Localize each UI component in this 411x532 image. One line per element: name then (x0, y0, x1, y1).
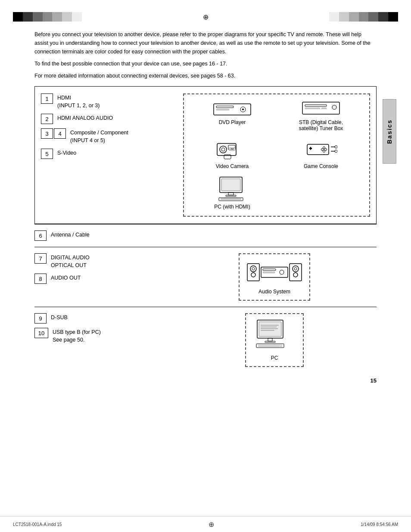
registration-mark-bottom (207, 520, 215, 529)
pc-hdmi-label: PC (with HDMI) (214, 204, 250, 210)
antenna-section-left: 6 Antenna / Cable (34, 230, 164, 241)
audio-system-box: Audio System (239, 253, 310, 301)
item-label-5: S-Video (57, 149, 76, 157)
svg-point-38 (251, 273, 255, 277)
stb-label: STB (Digital Cable,satellite) Tuner Box (299, 119, 343, 131)
connection-item-1: 1 HDMI(INPUT 1, 2, or 3) (41, 93, 170, 109)
connection-item-2: 2 HDMI ANALOG AUDIO (41, 114, 170, 124)
basics-sidebar-tab: Basics (383, 99, 396, 164)
device-game-console: Game Console (279, 138, 363, 169)
game-console-icon (305, 138, 337, 161)
audio-system-icon (246, 259, 302, 285)
svg-point-46 (293, 273, 298, 277)
item-label-9: D-SUB (51, 313, 68, 322)
svg-point-11 (220, 146, 227, 153)
connection-item-9: 9 D-SUB (34, 313, 164, 324)
svg-rect-30 (228, 193, 234, 195)
svg-rect-35 (247, 264, 259, 281)
game-console-label: Game Console (304, 163, 338, 169)
stb-icon (302, 100, 340, 117)
basics-label: Basics (386, 119, 393, 143)
pc-section-label: PC (271, 355, 278, 361)
audio-section-right: Audio System (172, 253, 377, 301)
dvd-player-icon (213, 100, 252, 117)
print-marks-bottom: LCT2518-001A-A.indd 15 1/14/09 8:54:56 A… (0, 516, 411, 532)
intro-text: Before you connect your television to an… (34, 30, 377, 80)
svg-rect-40 (263, 269, 276, 271)
connection-item-10: 10 USB type B (for PC)See page 50. (34, 328, 164, 344)
connection-item-5: 5 S-Video (41, 149, 170, 159)
num-box-7: 7 (34, 253, 47, 264)
video-camera-icon: JVC (216, 138, 249, 161)
svg-point-44 (293, 266, 299, 272)
item-label-3-4: Composite / Component(INPUT 4 or 5) (70, 128, 128, 144)
svg-rect-43 (290, 264, 302, 281)
pc-section-icon (253, 319, 296, 352)
svg-point-20 (323, 147, 325, 149)
num-box-6: 6 (34, 230, 47, 241)
svg-point-21 (324, 149, 327, 151)
num-box-8: 8 (34, 274, 47, 284)
intro-para3: For more detailed information about conn… (34, 72, 377, 80)
svg-point-45 (294, 268, 297, 270)
num-box-4: 4 (54, 128, 66, 139)
device-dvd-player: DVD Player (190, 100, 274, 125)
color-bar-left (13, 12, 82, 22)
numbered-items-left: 1 HDMI(INPUT 1, 2, or 3) 2 HDMI ANALOG A… (41, 93, 170, 159)
device-pc-hdmi: PC (with HDMI) (190, 176, 274, 210)
svg-rect-1 (216, 106, 234, 108)
svg-rect-29 (221, 179, 240, 191)
device-stb: STB (Digital Cable,satellite) Tuner Box (279, 100, 363, 131)
audio-section: 7 DIGITAL AUDIOOPTICAL OUT 8 AUDIO OUT (34, 247, 377, 307)
svg-point-7 (332, 105, 336, 109)
connection-item-8: 8 AUDIO OUT (34, 274, 164, 284)
print-marks-top (0, 0, 411, 26)
svg-rect-48 (259, 322, 281, 336)
num-box-pair-3-4: 3 4 (41, 128, 66, 139)
connection-item-3-4: 3 4 Composite / Component(INPUT 4 or 5) (41, 128, 170, 144)
num-box-9: 9 (34, 313, 47, 324)
main-diagram-wrapper: 1 HDMI(INPUT 1, 2, or 3) 2 HDMI ANALOG A… (34, 86, 377, 224)
svg-rect-19 (310, 147, 311, 150)
item-label-2: HDMI ANALOG AUDIO (57, 114, 113, 122)
intro-para1: Before you connect your television to an… (34, 30, 377, 56)
svg-rect-54 (265, 341, 275, 342)
antenna-section: 6 Antenna / Cable (34, 224, 377, 247)
num-box-3: 3 (41, 128, 53, 139)
pc-section-right: PC (172, 313, 377, 367)
svg-rect-55 (256, 344, 284, 348)
svg-rect-31 (226, 195, 236, 196)
svg-rect-4 (216, 109, 229, 110)
item-label-10: USB type B (for PC)See page 50. (53, 328, 101, 344)
dvd-player-label: DVD Player (219, 119, 246, 125)
svg-text:JVC: JVC (230, 148, 234, 150)
num-box-2: 2 (41, 114, 53, 124)
device-grid: DVD Player STB (Digital Cable,satellite)… (183, 93, 370, 217)
svg-rect-9 (321, 108, 327, 109)
pc-hdmi-icon (216, 176, 249, 201)
bottom-right-label: 1/14/09 8:54:56 AM (361, 522, 398, 527)
audio-system-label: Audio System (258, 289, 290, 295)
connection-item-7: 7 DIGITAL AUDIOOPTICAL OUT (34, 253, 164, 269)
num-box-10: 10 (34, 328, 48, 338)
item-label-7: DIGITAL AUDIOOPTICAL OUT (51, 253, 90, 269)
svg-point-36 (250, 266, 256, 272)
svg-rect-8 (305, 108, 320, 109)
device-video-camera: JVC Video Camera (190, 138, 274, 169)
svg-rect-32 (219, 198, 243, 201)
svg-point-3 (242, 109, 244, 110)
num-box-1: 1 (41, 93, 53, 104)
svg-point-22 (321, 149, 323, 151)
pc-section-left: 9 D-SUB 10 USB type B (for PC)See page 5… (34, 313, 164, 344)
registration-mark-top (201, 12, 210, 21)
svg-rect-42 (263, 272, 275, 273)
diagram-inner: 1 HDMI(INPUT 1, 2, or 3) 2 HDMI ANALOG A… (41, 93, 370, 217)
item-label-8: AUDIO OUT (51, 274, 81, 282)
page-number: 15 (34, 373, 377, 384)
pc-box: PC (245, 313, 304, 367)
color-bar-right (329, 12, 398, 22)
svg-point-41 (280, 270, 284, 274)
svg-point-23 (323, 150, 325, 152)
item-label-6: Antenna / Cable (51, 230, 90, 239)
connection-item-6: 6 Antenna / Cable (34, 230, 164, 241)
